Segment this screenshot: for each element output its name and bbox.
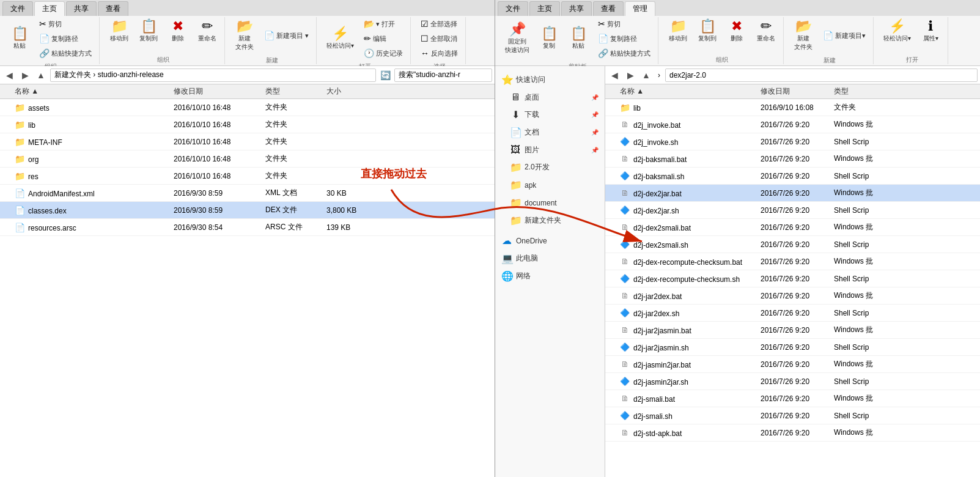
right-file-type: Windows 批: [834, 153, 978, 164]
right-file-row[interactable]: 🗎d2j_invoke.bat2016/7/26 9:20Windows 批: [605, 116, 980, 133]
left-file-row[interactable]: 📁assets2016/10/10 16:48文件夹: [0, 99, 495, 116]
deselect-all-button[interactable]: ☐ 全部取消: [417, 32, 462, 45]
invert-selection-button[interactable]: ↔ 反向选择: [417, 46, 462, 60]
right-file-row[interactable]: 🗎d2j-dex2smali.bat2016/7/26 9:20Windows …: [605, 219, 980, 236]
move-to-button[interactable]: 📁 移动到: [106, 17, 133, 45]
right-file-row[interactable]: 🔷d2j-dex2jar.sh2016/7/26 9:20Shell Scrip: [605, 202, 980, 219]
sidebar-document2[interactable]: 📁 document: [495, 194, 605, 212]
header-type[interactable]: 类型: [265, 86, 326, 97]
new-folder-button-r[interactable]: 📂 新建文件夹: [790, 17, 817, 54]
right-file-row[interactable]: 🗎d2j-dex-recompute-checksum.bat2016/7/26…: [605, 253, 980, 270]
sidebar-pictures[interactable]: 🖼 图片 📌: [495, 141, 605, 158]
cut-button-r[interactable]: ✂ 剪切: [594, 17, 654, 31]
right-tab-view[interactable]: 查看: [593, 1, 624, 16]
copy-to-button-r[interactable]: 📋 复制到: [694, 17, 721, 45]
left-file-row[interactable]: 📁lib2016/10/10 16:48文件夹: [0, 116, 495, 133]
right-file-row[interactable]: 🔷d2j-smali.sh2016/7/26 9:20Shell Scrip: [605, 407, 980, 424]
right-file-row[interactable]: 🔷d2j-jar2jasmin.sh2016/7/26 9:20Shell Sc…: [605, 339, 980, 356]
sidebar-desktop[interactable]: 🖥 桌面 📌: [495, 89, 605, 106]
left-tab-share[interactable]: 共享: [66, 1, 97, 16]
right-address-input[interactable]: [665, 68, 978, 82]
paste-button[interactable]: 📋 粘贴: [6, 24, 33, 53]
left-file-row[interactable]: 📁META-INF2016/10/10 16:48文件夹: [0, 133, 495, 150]
new-item-button-r[interactable]: 📄 新建项目▾: [819, 29, 869, 42]
right-file-row[interactable]: 🔷d2j-jasmin2jar.sh2016/7/26 9:20Shell Sc…: [605, 373, 980, 390]
left-address-input[interactable]: [50, 68, 376, 82]
copy-path-button[interactable]: 📄 复制路径: [35, 32, 95, 45]
copy-to-button[interactable]: 📋 复制到: [135, 17, 162, 45]
rename-button[interactable]: ✏ 重命名: [194, 17, 221, 45]
forward-button-right[interactable]: ▶: [624, 68, 637, 82]
copy-button-r[interactable]: 📋 复制: [536, 24, 562, 53]
left-file-row[interactable]: 📄AndroidManifest.xml2016/9/30 8:59XML 文档…: [0, 185, 495, 202]
sidebar-documents[interactable]: 📄 文档 📌: [495, 124, 605, 141]
right-header-date[interactable]: 修改日期: [761, 86, 834, 97]
sidebar-dev[interactable]: 📁 2.0开发: [495, 158, 605, 176]
sidebar-network[interactable]: 🌐 网络: [495, 267, 605, 285]
right-file-row[interactable]: 🗎d2j-jar2jasmin.bat2016/7/26 9:20Windows…: [605, 322, 980, 339]
header-date[interactable]: 修改日期: [174, 86, 265, 97]
left-search-input[interactable]: [394, 68, 492, 82]
right-file-row[interactable]: 🔷d2j-jar2dex.sh2016/7/26 9:20Shell Scrip: [605, 305, 980, 322]
move-to-button-r[interactable]: 📁 移动到: [665, 17, 691, 45]
pin-button[interactable]: 📌 固定到快速访问: [501, 20, 533, 57]
select-all-button[interactable]: ☑ 全部选择: [417, 17, 462, 31]
left-tab-file[interactable]: 文件: [2, 1, 33, 16]
properties-button[interactable]: ℹ 属性▾: [917, 17, 944, 45]
right-header-type[interactable]: 类型: [834, 86, 978, 97]
up-button-left[interactable]: ▲: [34, 68, 48, 82]
right-file-row[interactable]: 🗎d2j-smali.bat2016/7/26 9:20Windows 批: [605, 390, 980, 407]
right-file-row[interactable]: 🗎d2j-baksmali.bat2016/7/26 9:20Windows 批: [605, 150, 980, 168]
right-file-row[interactable]: 🗎d2j-dex2jar.bat2016/7/26 9:20Windows 批: [605, 185, 980, 202]
rename-button-r[interactable]: ✏ 重命名: [753, 17, 779, 45]
right-file-row[interactable]: 🗎d2j-jar2dex.bat2016/7/26 9:20Windows 批: [605, 287, 980, 305]
right-file-row[interactable]: 🗎d2j-jasmin2jar.bat2016/7/26 9:20Windows…: [605, 356, 980, 373]
delete-button[interactable]: ✖ 删除: [164, 17, 191, 45]
paste-shortcut-button[interactable]: 🔗 粘贴快捷方式: [35, 46, 95, 60]
right-file-row[interactable]: 🔷d2j_invoke.sh2016/7/26 9:20Shell Scrip: [605, 133, 980, 150]
cut-button[interactable]: ✂ 剪切: [35, 17, 95, 31]
sidebar-apk[interactable]: 📁 apk: [495, 176, 605, 194]
easy-access-button[interactable]: ⚡ 轻松访问▾: [323, 24, 358, 53]
left-file-row[interactable]: 📁org2016/10/10 16:48文件夹: [0, 150, 495, 168]
sidebar-this-pc[interactable]: 💻 此电脑: [495, 250, 605, 267]
right-header-name[interactable]: 名称 ▲: [608, 86, 761, 97]
left-file-row[interactable]: 📄resources.arsc2016/9/30 8:54ARSC 文件139 …: [0, 219, 495, 236]
right-file-row[interactable]: 🔷d2j-dex2smali.sh2016/7/26 9:20Shell Scr…: [605, 236, 980, 253]
header-name[interactable]: 名称 ▲: [2, 86, 174, 97]
sidebar-quick-access[interactable]: ⭐ 快速访问: [495, 71, 605, 89]
right-tab-share[interactable]: 共享: [561, 1, 592, 16]
right-file-row[interactable]: 🗎d2j-std-apk.bat2016/7/26 9:20Windows 批: [605, 424, 980, 442]
back-button-left[interactable]: ◀: [2, 68, 16, 82]
paste-button-r[interactable]: 📋 粘贴: [565, 24, 592, 53]
easy-access-button-r[interactable]: ⚡ 轻松访问▾: [880, 17, 915, 45]
copy-path-button-r[interactable]: 📄 复制路径: [594, 32, 654, 45]
refresh-button-left[interactable]: 🔄: [378, 68, 392, 82]
right-tab-home[interactable]: 主页: [529, 1, 560, 16]
left-select-group: ☑ 全部选择 ☐ 全部取消 ↔ 反向选择: [413, 17, 466, 64]
left-tab-home[interactable]: 主页: [34, 1, 65, 16]
new-folder-button[interactable]: 📂 新建文件夹: [231, 17, 258, 54]
sidebar-onedrive[interactable]: ☁ OneDrive: [495, 232, 605, 250]
right-file-row[interactable]: 📁lib2016/9/10 16:08文件夹: [605, 99, 980, 116]
up-button-right[interactable]: ▲: [639, 68, 653, 82]
right-file-row[interactable]: 🔷d2j-baksmali.sh2016/7/26 9:20Shell Scri…: [605, 168, 980, 185]
left-file-row[interactable]: 📁res2016/10/10 16:48文件夹: [0, 168, 495, 185]
back-button-right[interactable]: ◀: [608, 68, 621, 82]
sidebar-downloads[interactable]: ⬇ 下载 📌: [495, 106, 605, 124]
history-button[interactable]: 🕐 历史记录: [360, 46, 407, 60]
delete-button-r[interactable]: ✖ 删除: [723, 17, 750, 45]
right-file-row[interactable]: 🔷d2j-dex-recompute-checksum.sh2016/7/26 …: [605, 270, 980, 287]
open-button[interactable]: 📂 ▾ 打开: [360, 17, 407, 31]
left-file-row[interactable]: 📄classes.dex2016/9/30 8:59DEX 文件3,800 KB: [0, 202, 495, 219]
paste-shortcut-button-r[interactable]: 🔗 粘贴快捷方式: [594, 46, 654, 60]
edit-button[interactable]: ✏ 编辑: [360, 32, 407, 45]
left-tab-view[interactable]: 查看: [98, 1, 128, 16]
right-tab-manage[interactable]: 管理: [625, 1, 655, 16]
forward-button-left[interactable]: ▶: [18, 68, 32, 82]
sidebar-new-folder-r[interactable]: 📁 新建文件夹: [495, 212, 605, 229]
new-item-button[interactable]: 📄 新建项目 ▾: [260, 29, 312, 42]
new-row: 📂 新建文件夹 📄 新建项目 ▾: [231, 17, 312, 54]
header-size[interactable]: 大小: [326, 86, 388, 97]
right-tab-file[interactable]: 文件: [498, 1, 528, 16]
